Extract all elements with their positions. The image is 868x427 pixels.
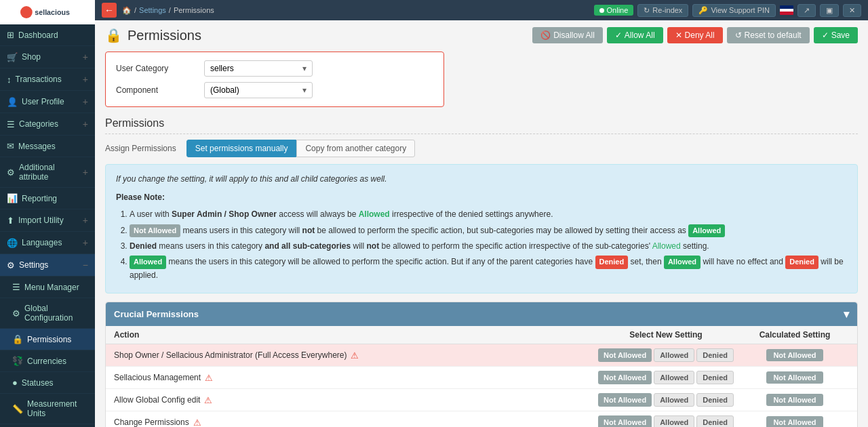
denied-btn-3[interactable]: Denied (696, 393, 734, 407)
user-category-label: User Category (116, 64, 204, 73)
action-name-3: Allow Global Config edit ⚠ (114, 395, 591, 405)
sidebar-item-permissions[interactable]: 🔒Permissions (0, 329, 95, 350)
back-button[interactable]: ← (102, 3, 117, 18)
note-title: Please Note: (116, 191, 847, 204)
sidebar-item-import[interactable]: ⬆Import Utility + (0, 209, 95, 232)
info-change-text: If you change the setting, it will apply… (116, 173, 847, 186)
import-expand[interactable]: + (83, 215, 88, 226)
categories-expand[interactable]: + (83, 119, 88, 129)
denied-btn-1[interactable]: Denied (696, 348, 734, 362)
component-select[interactable]: (Global) ▾ (204, 82, 313, 98)
calc-4: Not Allowed (741, 416, 849, 427)
sidebar-item-payment[interactable]: 💳Payment Methods (0, 424, 95, 427)
user-category-select[interactable]: sellers ▾ (204, 60, 313, 77)
messages-icon: ✉ (7, 141, 14, 151)
breadcrumb: 🏠 / Settings / Permissions (122, 6, 214, 15)
statuses-icon: ● (12, 378, 18, 388)
action-name-1: Shop Owner / Sellacious Administrator (F… (114, 350, 591, 361)
breadcrumb-settings[interactable]: Settings (139, 6, 166, 14)
sidebar-item-additional[interactable]: ⚙Additional attribute + (0, 157, 95, 188)
deny-icon: ✕ (675, 30, 682, 40)
sidebar-item-reporting[interactable]: 📊Reporting (0, 188, 95, 209)
sidebar-item-menu-manager[interactable]: ☰Menu Manager (0, 277, 95, 298)
sidebar-item-shop[interactable]: 🛒Shop + (0, 46, 95, 68)
reset-button[interactable]: ↺ Reset to default (727, 27, 810, 43)
allowed-btn-2[interactable]: Allowed (654, 371, 694, 384)
transactions-expand[interactable]: + (83, 74, 88, 85)
warning-icon-1: ⚠ (351, 350, 359, 361)
denied-btn-4[interactable]: Denied (696, 415, 734, 427)
assign-row: Assign Permissions Set permissions manua… (105, 140, 858, 157)
transactions-icon: ↕ (7, 75, 12, 85)
sidebar-item-messages[interactable]: ✉Messages (0, 136, 95, 157)
global-config-icon: ⚙ (12, 308, 20, 319)
reindex-button[interactable]: ↻ Re-index (637, 4, 688, 17)
page-header: 🔒 Permissions 🚫 Disallow All ✓ Allow All… (105, 27, 858, 43)
deny-all-button[interactable]: ✕ Deny All (667, 27, 723, 43)
calc-1: Not Allowed (741, 349, 849, 361)
languages-expand[interactable]: + (83, 237, 88, 248)
sidebar-item-settings[interactable]: ⚙Settings − (0, 254, 95, 277)
shop-expand[interactable]: + (83, 52, 88, 62)
component-chevron: ▾ (302, 85, 307, 95)
disallow-all-button[interactable]: 🚫 Disallow All (532, 27, 603, 43)
notes-list: A user with Super Admin / Shop Owner acc… (116, 208, 847, 282)
reindex-icon: ↻ (644, 6, 650, 15)
not-allowed-btn-2[interactable]: Not Allowed (598, 371, 652, 384)
calc-3: Not Allowed (741, 394, 849, 406)
not-allowed-btn-1[interactable]: Not Allowed (598, 348, 652, 362)
currencies-icon: 💱 (12, 356, 23, 366)
settings-collapse[interactable]: − (83, 260, 88, 270)
import-icon: ⬆ (7, 216, 14, 226)
sidebar-item-dashboard[interactable]: ⊞Dashboard (0, 24, 95, 46)
sidebar-item-currencies[interactable]: 💱Currencies (0, 350, 95, 372)
settings-icon: ⚙ (7, 260, 15, 270)
col-select-header: Select New Setting (591, 330, 741, 340)
page-title: 🔒 Permissions (105, 27, 201, 43)
sidebar-item-transactions[interactable]: ↕Transactions + (0, 68, 95, 91)
denied-btn-2[interactable]: Denied (696, 371, 734, 384)
sidebar-item-statuses[interactable]: ●Statuses (0, 372, 95, 394)
svg-text:sellacious: sellacious (35, 8, 70, 16)
assign-label: Assign Permissions (105, 144, 176, 153)
permissions-section-title: Permissions (105, 117, 858, 134)
close-button[interactable]: ✕ (843, 4, 861, 17)
action-name-4: Change Permissions ⚠ (114, 418, 591, 427)
user-category-chevron: ▾ (302, 64, 307, 73)
allowed-btn-3[interactable]: Allowed (654, 393, 694, 407)
reporting-icon: 📊 (7, 193, 18, 203)
support-icon: 🔑 (698, 6, 708, 15)
external-link-button[interactable]: ↗ (797, 4, 816, 17)
sidebar-item-userprofile[interactable]: 👤User Profile + (0, 91, 95, 113)
support-pin-button[interactable]: 🔑 View Support PIN (692, 4, 776, 17)
sidebar-item-languages[interactable]: 🌐Languages + (0, 232, 95, 254)
component-row: Component (Global) ▾ (116, 82, 433, 98)
warning-icon-3: ⚠ (204, 395, 212, 405)
header-buttons: 🚫 Disallow All ✓ Allow All ✕ Deny All ↺ … (532, 27, 858, 43)
allowed-btn-4[interactable]: Allowed (654, 415, 694, 427)
tab-copy[interactable]: Copy from another category (296, 140, 415, 157)
breadcrumb-home-icon: 🏠 (122, 6, 132, 15)
column-headers: Action Select New Setting Calculated Set… (106, 326, 857, 344)
tab-manual[interactable]: Set permissions manually (186, 140, 297, 157)
table-collapse-icon[interactable]: ▾ (844, 308, 849, 321)
save-button[interactable]: ✓ Save (814, 27, 858, 43)
allow-icon: ✓ (615, 30, 622, 40)
not-allowed-btn-3[interactable]: Not Allowed (598, 393, 652, 407)
col-action-header: Action (114, 330, 591, 340)
not-allowed-btn-4[interactable]: Not Allowed (598, 415, 652, 427)
userprofile-expand[interactable]: + (83, 96, 88, 107)
btn-group-2: Not Allowed Allowed Denied (591, 371, 741, 384)
sidebar-item-measurement[interactable]: 📏Measurement Units (0, 394, 95, 424)
allowed-btn-1[interactable]: Allowed (654, 348, 694, 362)
flag-icon (780, 5, 793, 15)
sidebar-item-global-config[interactable]: ⚙Global Configuration (0, 298, 95, 329)
window-button[interactable]: ▣ (820, 4, 839, 17)
additional-expand[interactable]: + (83, 167, 88, 178)
topbar: ← 🏠 / Settings / Permissions Online ↻ Re… (95, 0, 868, 20)
allow-all-button[interactable]: ✓ Allow All (607, 27, 663, 43)
breadcrumb-current: Permissions (174, 6, 214, 14)
user-category-row: User Category sellers ▾ (116, 60, 433, 77)
sidebar-item-categories[interactable]: ☰Categories + (0, 113, 95, 136)
status-badge: Online (594, 5, 634, 16)
